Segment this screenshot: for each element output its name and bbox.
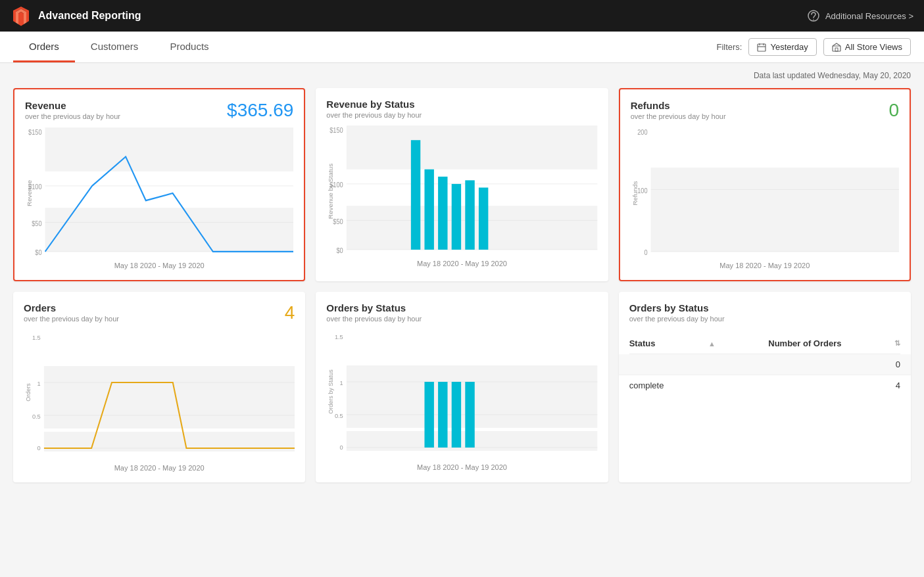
store-filter-button[interactable]: All Store Views [823,38,911,56]
svg-text:$0: $0 [337,247,343,254]
filters-label: Filters: [716,42,742,52]
revenue-line-chart: $150 $100 $50 $0 Revenue May 19 01:00 Ma… [25,127,293,259]
orders-by-status-chart-date-range: May 18 2020 - May 19 2020 [326,463,597,471]
col-orders-header: Number of Orders [768,338,841,348]
resources-label: Additional Resources > [825,11,913,21]
additional-resources-link[interactable]: Additional Resources > [807,9,913,22]
date-filter-button[interactable]: Yesterday [748,38,816,56]
svg-text:$0: $0 [35,249,41,256]
svg-rect-43 [438,177,447,250]
revenue-by-status-title: Revenue by Status [326,99,422,110]
svg-rect-105 [438,382,447,448]
row-2-count: 4 [896,381,900,390]
svg-text:1.5: 1.5 [32,335,41,341]
orders-by-status-table-title: Orders by Status [629,302,725,313]
orders-card: Orders over the previous day by hour 4 1… [13,292,305,482]
store-filter-value: All Store Views [845,42,902,52]
svg-rect-106 [452,382,461,448]
svg-text:$150: $150 [28,129,41,136]
svg-point-4 [813,19,814,20]
svg-text:0: 0 [644,249,647,256]
svg-rect-31 [347,126,597,170]
revenue-by-status-header: Revenue by Status over the previous day … [326,99,597,119]
svg-rect-104 [425,382,434,448]
orders-by-status-svg: 1.5 1 0.5 0 Orders by Status May 19 01:0… [326,329,597,461]
table-row: complete 4 [629,375,900,396]
store-icon [832,43,841,52]
svg-text:0: 0 [340,444,343,451]
revenue-by-status-bar-chart: $150 $100 $50 $0 Revenue by Status [326,126,597,257]
orders-table: Status ▲ Number of Orders ⇅ 0 complete 4 [629,333,900,396]
svg-rect-45 [466,180,475,250]
col-status-header: Status [629,338,656,348]
revenue-by-status-date-range: May 18 2020 - May 19 2020 [326,260,597,267]
svg-rect-12 [45,208,294,252]
svg-text:200: 200 [637,129,647,136]
revenue-chart: $150 $100 $50 $0 Revenue May 19 01:00 Ma… [25,127,293,269]
orders-by-status-table-header: Orders by Status over the previous day b… [629,302,900,323]
svg-text:100: 100 [637,187,647,195]
main-content: Data last updated Wednesday, May 20, 202… [0,63,924,496]
svg-rect-5 [758,44,766,51]
svg-text:0.5: 0.5 [335,413,343,419]
table-header-row: Status ▲ Number of Orders ⇅ [629,333,900,354]
date-filter-value: Yesterday [770,42,808,52]
svg-rect-57 [650,168,899,252]
svg-text:1: 1 [340,380,343,386]
table-row: 0 [619,354,911,375]
row-2-status: complete [629,381,664,390]
orders-card-header: Orders over the previous day by hour 4 [24,302,295,323]
row-1-count: 0 [896,359,900,369]
tab-customers[interactable]: Customers [75,32,155,62]
refunds-subtitle: over the previous day by hour [631,112,726,120]
refunds-card: Refunds over the previous day by hour 0 … [619,88,911,281]
svg-rect-44 [452,184,461,250]
nav-tabs: Orders Customers Products [13,32,225,62]
orders-by-status-chart-card: Orders by Status over the previous day b… [316,292,608,482]
svg-text:Revenue: Revenue [26,180,34,206]
orders-chart: 1.5 1 0.5 0 Orders May 19 01:00 May 19 0… [24,330,295,472]
charts-grid: Revenue over the previous day by hour $3… [13,88,911,482]
refunds-date-range: May 18 2020 - May 19 2020 [631,262,899,269]
refunds-chart: 200 100 0 Refunds May 19 01:00 May 19 06… [631,127,899,269]
orders-line-chart: 1.5 1 0.5 0 Orders May 19 01:00 May 19 0… [24,330,295,461]
orders-by-status-table-subtitle: over the previous day by hour [629,315,725,323]
svg-rect-74 [44,366,295,428]
logo-area: Advanced Reporting [11,5,141,26]
svg-rect-10 [835,48,838,51]
tab-products[interactable]: Products [154,32,224,62]
revenue-by-status-card: Revenue by Status over the previous day … [316,88,608,281]
svg-marker-2 [18,12,24,26]
tab-orders[interactable]: Orders [13,32,75,62]
magento-logo-icon [11,5,32,26]
last-updated-text: Data last updated Wednesday, May 20, 202… [13,71,911,80]
refunds-card-header: Refunds over the previous day by hour 0 [631,100,899,121]
revenue-title: Revenue [25,100,120,111]
svg-text:1.5: 1.5 [335,334,343,340]
svg-rect-41 [411,140,420,250]
svg-text:1: 1 [37,381,41,387]
orders-by-status-chart-header: Orders by Status over the previous day b… [326,302,597,323]
svg-text:$50: $50 [333,218,343,225]
revenue-subtitle: over the previous day by hour [25,112,120,120]
nav-bar: Orders Customers Products Filters: Yeste… [0,32,924,63]
svg-text:$150: $150 [329,127,343,134]
svg-text:0.5: 0.5 [32,413,41,420]
refunds-value: 0 [888,100,899,121]
revenue-by-status-subtitle: over the previous day by hour [326,111,422,119]
orders-by-status-bar-chart: 1.5 1 0.5 0 Orders by Status May 19 01:0… [326,329,597,471]
revenue-value: $365.69 [227,100,293,121]
revenue-by-status-chart: $150 $100 $50 $0 Revenue by Status [326,126,597,267]
calendar-icon [757,43,766,52]
svg-text:0: 0 [37,445,41,451]
orders-title: Orders [24,302,119,313]
refunds-bar-chart: 200 100 0 Refunds May 19 01:00 May 19 06… [631,127,899,259]
filters-area: Filters: Yesterday All Store Views [716,38,911,56]
svg-rect-42 [425,170,434,250]
sort-icon: ▲ [708,340,716,348]
orders-value: 4 [285,302,295,323]
svg-rect-11 [45,127,294,172]
revenue-card-header: Revenue over the previous day by hour $3… [25,100,293,121]
app-header: Advanced Reporting Additional Resources … [0,0,924,32]
svg-text:Orders: Orders [25,383,32,402]
